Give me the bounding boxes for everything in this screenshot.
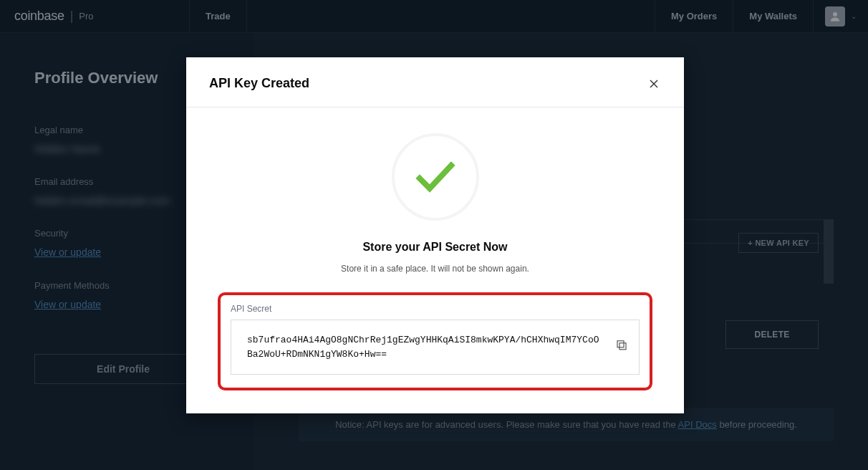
api-key-created-modal: API Key Created Store your API Secret No…	[186, 57, 684, 413]
close-icon[interactable]	[647, 77, 661, 91]
modal-header: API Key Created	[186, 57, 684, 107]
svg-rect-4	[617, 340, 624, 347]
api-secret-field: sb7ufrao4HAi4AgO8gNChrRej1gEZwgYHHKqAiSI…	[231, 320, 640, 375]
modal-body: Store your API Secret Now Store it in a …	[186, 107, 684, 413]
api-secret-value: sb7ufrao4HAi4AgO8gNChrRej1gEZwgYHHKqAiSI…	[247, 335, 599, 360]
svg-rect-3	[619, 342, 626, 349]
api-secret-highlight-box: API Secret sb7ufrao4HAi4AgO8gNChrRej1gEZ…	[218, 292, 652, 390]
copy-icon[interactable]	[616, 339, 627, 355]
modal-title: API Key Created	[209, 76, 309, 91]
modal-subtitle: Store your API Secret Now	[218, 241, 652, 254]
modal-hint: Store it in a safe place. It will not be…	[218, 264, 652, 274]
success-check-icon	[392, 133, 479, 221]
api-secret-label: API Secret	[231, 304, 640, 314]
